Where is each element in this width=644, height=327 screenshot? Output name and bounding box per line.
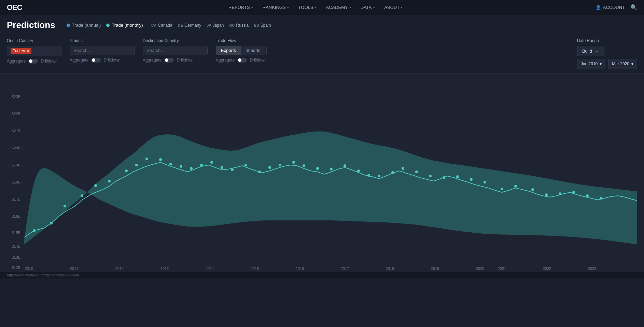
svg-point-16 [180, 165, 182, 168]
product-toggle[interactable] [91, 58, 101, 63]
svg-point-45 [545, 193, 548, 196]
svg-text:$22B: $22B [12, 112, 20, 116]
nav-academy[interactable]: ACADEMY ▾ [322, 3, 355, 12]
svg-point-49 [600, 197, 602, 200]
destination-country-group: Destination Country Aggregate Drilldown [143, 38, 208, 63]
date-range-row: Jan 2010 ▾ Mar 2020 ▾ [577, 59, 637, 69]
build-button[interactable]: Build → [577, 46, 604, 56]
svg-point-43 [514, 185, 517, 188]
svg-text:$14B: $14B [12, 244, 20, 248]
nav-right: 👤 ACCOUNT 🔍 [596, 4, 637, 11]
arrow-icon: → [595, 49, 599, 54]
svg-point-40 [470, 178, 473, 181]
origin-toggle[interactable] [28, 59, 38, 64]
svg-text:$23B: $23B [12, 95, 20, 99]
svg-text:$18B: $18B [12, 180, 20, 184]
svg-text:2019: 2019 [431, 267, 439, 271]
product-toggle-row: Aggregate Drilldown [70, 58, 135, 63]
svg-point-7 [64, 205, 66, 207]
flag-links: CA Canada DE Germany JP Japan RU Russia … [151, 23, 271, 28]
flag-russia[interactable]: RU Russia [229, 23, 249, 28]
tag-close-icon[interactable]: ✕ [26, 49, 29, 53]
flag-germany[interactable]: DE Germany [178, 23, 201, 28]
svg-point-31 [357, 169, 360, 172]
svg-point-11 [125, 169, 128, 172]
svg-text:$21B: $21B [12, 129, 20, 133]
tab-dot-monthly [106, 24, 110, 27]
chevron-down-icon: ▾ [314, 6, 316, 9]
origin-country-label: Origin Country [7, 38, 61, 43]
user-icon: 👤 [596, 5, 601, 10]
chart-svg: $23B $22B $21B $20B $19B $18B $17B $16B … [7, 80, 637, 272]
svg-text:2022: 2022 [543, 267, 551, 271]
destination-search-input[interactable] [143, 46, 208, 55]
svg-point-38 [443, 176, 445, 179]
chevron-down-icon: ▾ [349, 6, 351, 9]
flag-japan[interactable]: JP Japan [207, 23, 224, 28]
nav-about[interactable]: ABOUT ▾ [380, 3, 407, 12]
svg-text:2013: 2013 [160, 267, 169, 271]
start-date-select[interactable]: Jan 2010 ▾ [577, 59, 605, 69]
svg-text:2020: 2020 [476, 267, 484, 271]
exports-button[interactable]: Exports [216, 46, 241, 55]
svg-point-26 [292, 161, 295, 164]
chevron-down-icon: ▾ [287, 6, 289, 9]
chevron-down-icon: ▾ [401, 6, 403, 9]
svg-point-39 [456, 175, 459, 178]
tab-annual[interactable]: Trade (annual) [67, 23, 101, 28]
svg-text:2023: 2023 [588, 267, 596, 271]
trade-flow-toggle-row: Aggregate Drilldown [216, 58, 267, 63]
nav-rankings[interactable]: RANKINGS ▾ [258, 3, 293, 12]
svg-point-18 [200, 164, 203, 166]
svg-point-14 [159, 158, 162, 161]
svg-point-41 [484, 181, 486, 183]
svg-point-5 [33, 229, 36, 232]
svg-point-23 [258, 171, 261, 173]
chevron-down-icon: ▾ [373, 6, 375, 9]
svg-text:$13B: $13B [12, 255, 20, 259]
svg-text:2010: 2010 [25, 267, 33, 271]
date-range-label: Date Range [577, 38, 637, 43]
svg-point-22 [244, 164, 247, 166]
destination-toggle-row: Aggregate Drilldown [143, 58, 208, 63]
svg-point-30 [344, 164, 346, 167]
product-search-input[interactable] [70, 46, 135, 55]
flag-canada[interactable]: CA Canada [151, 23, 172, 28]
svg-point-25 [279, 164, 281, 166]
svg-text:$17B: $17B [12, 197, 20, 201]
svg-point-12 [135, 164, 138, 166]
status-bar: https://oec.world/en/prediction/trade-an… [0, 272, 644, 278]
search-button[interactable]: 🔍 [630, 4, 637, 11]
svg-text:$20B: $20B [12, 146, 20, 150]
end-date-select[interactable]: Mar 2020 ▾ [608, 59, 637, 69]
tab-monthly[interactable]: Trade (monthly) [106, 23, 143, 28]
origin-country-input[interactable]: Turkey ✕ [7, 46, 61, 56]
svg-point-47 [572, 191, 575, 194]
trade-flow-label: Trade Flow [216, 38, 267, 43]
svg-text:2014: 2014 [206, 267, 214, 271]
nav-tools[interactable]: TOOLS ▾ [294, 3, 321, 12]
svg-text:$19B: $19B [12, 163, 20, 167]
origin-toggle-row: Aggregate Drilldown [7, 59, 61, 64]
nav-data[interactable]: DATA ▾ [356, 3, 379, 12]
nav-reports[interactable]: REPORTS ▾ [224, 3, 257, 12]
trade-flow-group: Trade Flow Exports Imports Aggregate Dri… [216, 38, 267, 63]
svg-point-10 [108, 180, 111, 182]
date-range-group: Date Range Build → Jan 2010 ▾ Mar 2020 ▾ [577, 38, 637, 69]
svg-point-34 [391, 171, 394, 174]
trade-flow-toggle[interactable] [237, 58, 247, 63]
logo[interactable]: OEC [7, 3, 22, 12]
account-button[interactable]: 👤 ACCOUNT [596, 5, 625, 10]
svg-point-24 [268, 166, 271, 169]
flag-spain[interactable]: ES Spain [254, 23, 271, 28]
svg-point-36 [415, 171, 418, 173]
svg-point-32 [367, 174, 370, 177]
controls-bar: Origin Country Turkey ✕ Aggregate Drilld… [0, 34, 644, 73]
origin-country-tag[interactable]: Turkey ✕ [11, 48, 31, 54]
svg-point-21 [231, 168, 234, 171]
chevron-down-icon: ▾ [631, 62, 633, 66]
svg-text:2012: 2012 [115, 267, 124, 271]
destination-toggle[interactable] [164, 58, 174, 63]
imports-button[interactable]: Imports [241, 46, 265, 55]
svg-text:2017: 2017 [341, 267, 349, 271]
